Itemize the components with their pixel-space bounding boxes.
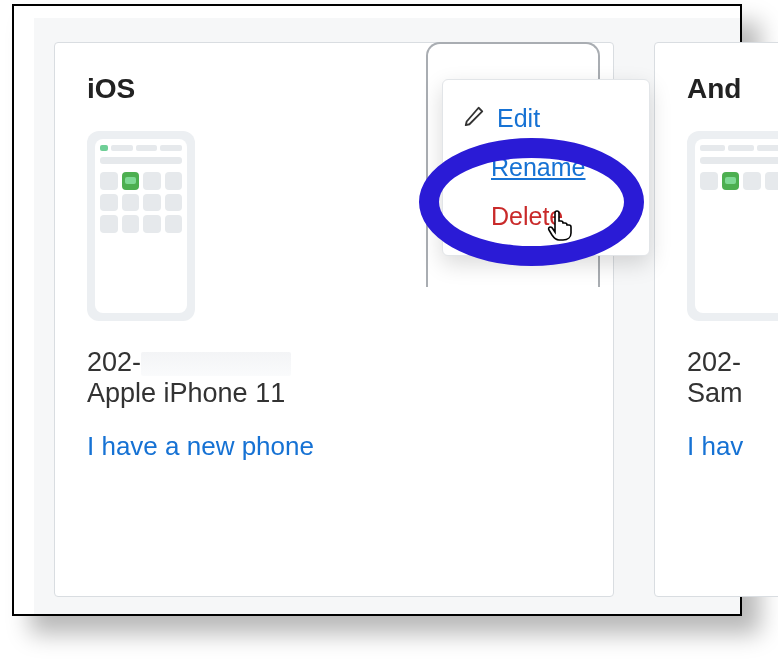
phone-prefix-android: 202- [687,347,741,377]
menu-item-delete[interactable]: Delete [443,192,649,241]
device-model-android: Sam [687,378,778,409]
phone-number-android: 202- [687,347,778,378]
new-phone-link-ios[interactable]: I have a new phone [87,431,581,462]
phone-illustration-android [687,131,778,321]
phone-illustration-ios [87,131,195,321]
menu-item-rename-label: Rename [491,153,586,182]
device-actions-menu: Edit Rename Delete [442,79,650,256]
card-title-android: And [687,73,778,105]
redacted-number [141,352,291,376]
phone-screen-android [695,139,778,313]
screenshot-frame: iOS [12,4,742,616]
devices-container: iOS [34,18,740,614]
phone-screen [95,139,187,313]
menu-item-edit-label: Edit [497,104,540,133]
new-phone-link-android[interactable]: I hav [687,431,778,462]
pencil-icon [463,104,485,133]
phone-number-ios: 202- [87,347,581,378]
menu-item-delete-label: Delete [491,202,563,231]
device-card-android: And 2 [654,42,778,597]
device-model-ios: Apple iPhone 11 [87,378,581,409]
phone-prefix: 202- [87,347,141,377]
menu-item-edit[interactable]: Edit [443,94,649,143]
menu-item-rename[interactable]: Rename [443,143,649,192]
